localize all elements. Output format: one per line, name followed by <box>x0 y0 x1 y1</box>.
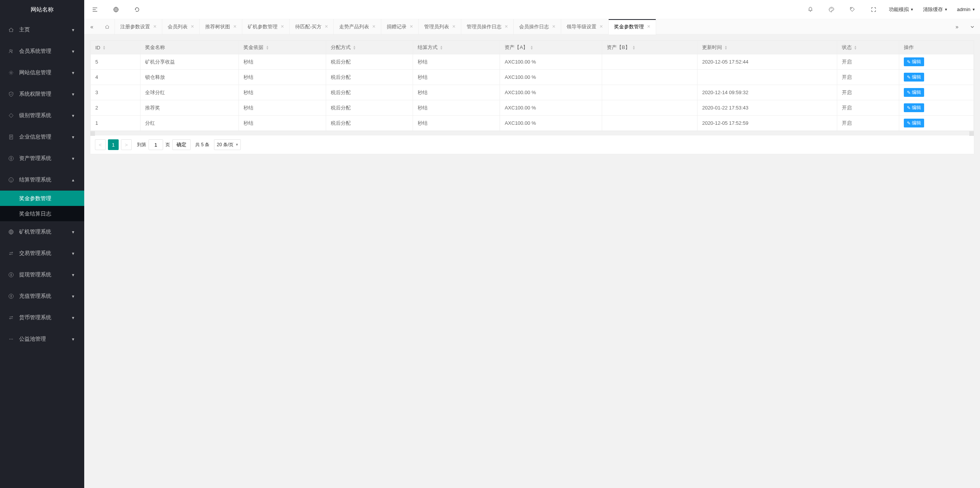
page-size-select[interactable]: 20 条/页 ▼ <box>214 139 241 150</box>
page-prev-button[interactable]: < <box>95 139 106 150</box>
sidebar-item[interactable]: 提现管理系统▼ <box>0 264 84 286</box>
edit-button[interactable]: ✎编辑 <box>904 119 924 127</box>
column-header[interactable]: 分配方式▲▼ <box>326 41 413 54</box>
sidebar-item[interactable]: 网站信息管理▼ <box>0 62 84 83</box>
sidebar-subitem[interactable]: 奖金结算日志 <box>0 206 84 221</box>
sidebar-item[interactable]: 系统权限管理▼ <box>0 83 84 105</box>
edit-icon: ✎ <box>907 105 911 111</box>
sort-icon[interactable]: ▲▼ <box>530 46 533 50</box>
sidebar-item[interactable]: 货币管理系统▼ <box>0 307 84 328</box>
sort-icon[interactable]: ▲▼ <box>353 46 356 50</box>
language-button[interactable] <box>105 0 126 19</box>
tab[interactable]: 推荐树状图✕ <box>200 19 242 34</box>
column-header[interactable]: ID▲▼ <box>91 41 140 54</box>
edit-button[interactable]: ✎编辑 <box>904 57 924 66</box>
close-icon[interactable]: ✕ <box>233 24 237 29</box>
sidebar-item[interactable]: 级别管理系统▼ <box>0 105 84 126</box>
sidebar-item[interactable]: 企业信息管理▼ <box>0 126 84 148</box>
note-button[interactable] <box>842 0 863 19</box>
tabs-prev-button[interactable]: « <box>84 19 100 34</box>
theme-button[interactable] <box>821 0 842 19</box>
close-icon[interactable]: ✕ <box>325 24 328 29</box>
column-header[interactable]: 操作 <box>899 41 973 54</box>
table-cell: 税后分配 <box>326 54 413 70</box>
sidebar-item[interactable]: 矿机管理系统▼ <box>0 221 84 243</box>
sidebar-item[interactable]: 公益池管理▼ <box>0 328 84 350</box>
tab[interactable]: 会员操作日志✕ <box>514 19 561 34</box>
chevron-down-icon: ▼ <box>972 8 975 11</box>
tab[interactable]: 待匹配-买方✕ <box>290 19 334 34</box>
user-name-label: admin <box>957 7 970 12</box>
table-cell: 税后分配 <box>326 85 413 100</box>
menu-toggle-button[interactable] <box>84 0 105 19</box>
sidebar-item-label: 公益池管理 <box>19 336 71 343</box>
close-icon[interactable]: ✕ <box>599 24 603 29</box>
table-cell: 5 <box>91 54 140 70</box>
tab[interactable]: 会员列表✕ <box>162 19 200 34</box>
edit-button[interactable]: ✎编辑 <box>904 73 924 82</box>
sidebar-item[interactable]: 会员系统管理▼ <box>0 41 84 62</box>
sort-icon[interactable]: ▲▼ <box>103 46 106 50</box>
tab[interactable]: 捐赠记录✕ <box>381 19 419 34</box>
sort-icon[interactable]: ▲▼ <box>266 46 269 50</box>
column-header[interactable]: 状态▲▼ <box>837 41 899 54</box>
table-cell: 全球分红 <box>140 85 239 100</box>
close-icon[interactable]: ✕ <box>552 24 555 29</box>
page-number-button[interactable]: 1 <box>108 139 119 150</box>
notification-button[interactable] <box>800 0 821 19</box>
horizontal-scrollbar[interactable] <box>90 131 974 135</box>
sidebar-subitem[interactable]: 奖金参数管理 <box>0 191 84 206</box>
sidebar-item[interactable]: 充值管理系统▼ <box>0 286 84 307</box>
goto-page-input[interactable] <box>149 139 163 150</box>
user-menu-button[interactable]: admin ▼ <box>952 0 980 19</box>
column-header[interactable]: 更新时间▲▼ <box>697 41 837 54</box>
sidebar-item[interactable]: 主页▼ <box>0 19 84 41</box>
column-header[interactable]: 结算方式▲▼ <box>413 41 500 54</box>
close-icon[interactable]: ✕ <box>281 24 284 29</box>
svg-point-6 <box>11 179 12 180</box>
column-header[interactable]: 资产【B】▲▼ <box>602 41 697 54</box>
tab[interactable]: 领导等级设置✕ <box>561 19 609 34</box>
sidebar-item[interactable]: 交易管理系统▼ <box>0 243 84 264</box>
close-icon[interactable]: ✕ <box>153 24 157 29</box>
column-header[interactable]: 资产【A】▲▼ <box>500 41 602 54</box>
close-icon[interactable]: ✕ <box>647 24 650 29</box>
tab-label: 捐赠记录 <box>387 23 407 30</box>
column-header[interactable]: 奖金名称 <box>140 41 239 54</box>
close-icon[interactable]: ✕ <box>505 24 508 29</box>
refresh-button[interactable] <box>126 0 147 19</box>
page-next-button[interactable]: > <box>121 139 132 150</box>
tab[interactable]: 走势产品列表✕ <box>334 19 381 34</box>
close-icon[interactable]: ✕ <box>191 24 194 29</box>
sidebar-item[interactable]: 结算管理系统▲ <box>0 169 84 191</box>
tabs-menu-button[interactable] <box>965 19 980 34</box>
tab[interactable]: 奖金参数管理✕ <box>609 19 656 34</box>
goto-confirm-button[interactable]: 确定 <box>172 139 191 150</box>
chevron-down-icon: ▼ <box>71 114 77 118</box>
column-header[interactable]: 奖金依据▲▼ <box>239 41 326 54</box>
fullscreen-button[interactable] <box>863 0 884 19</box>
table-cell: 秒结 <box>413 116 500 131</box>
exchange-icon <box>8 314 15 321</box>
edit-button[interactable]: ✎编辑 <box>904 103 924 112</box>
clear-cache-button[interactable]: 清除缓存 ▼ <box>918 0 952 19</box>
edit-button[interactable]: ✎编辑 <box>904 88 924 97</box>
sort-icon[interactable]: ▲▼ <box>854 46 857 50</box>
sort-icon[interactable]: ▲▼ <box>632 46 635 50</box>
table-row: 4锁仓释放秒结税后分配秒结AXC100.00 %开启✎编辑 <box>91 70 974 85</box>
table-cell: AXC100.00 % <box>500 100 602 116</box>
sort-icon[interactable]: ▲▼ <box>724 46 727 50</box>
close-icon[interactable]: ✕ <box>372 24 376 29</box>
tab[interactable]: 管理员操作日志✕ <box>461 19 514 34</box>
tab[interactable]: 管理员列表✕ <box>419 19 461 34</box>
sort-icon[interactable]: ▲▼ <box>440 46 443 50</box>
table-cell: AXC100.00 % <box>500 85 602 100</box>
function-sim-button[interactable]: 功能模拟 ▼ <box>884 0 918 19</box>
tabs-next-button[interactable]: » <box>949 19 965 34</box>
close-icon[interactable]: ✕ <box>410 24 413 29</box>
tab[interactable]: 矿机参数管理✕ <box>242 19 290 34</box>
tab-home[interactable] <box>100 19 115 34</box>
sidebar-item[interactable]: 资产管理系统▼ <box>0 148 84 169</box>
tab[interactable]: 注册参数设置✕ <box>115 19 162 34</box>
close-icon[interactable]: ✕ <box>452 24 456 29</box>
